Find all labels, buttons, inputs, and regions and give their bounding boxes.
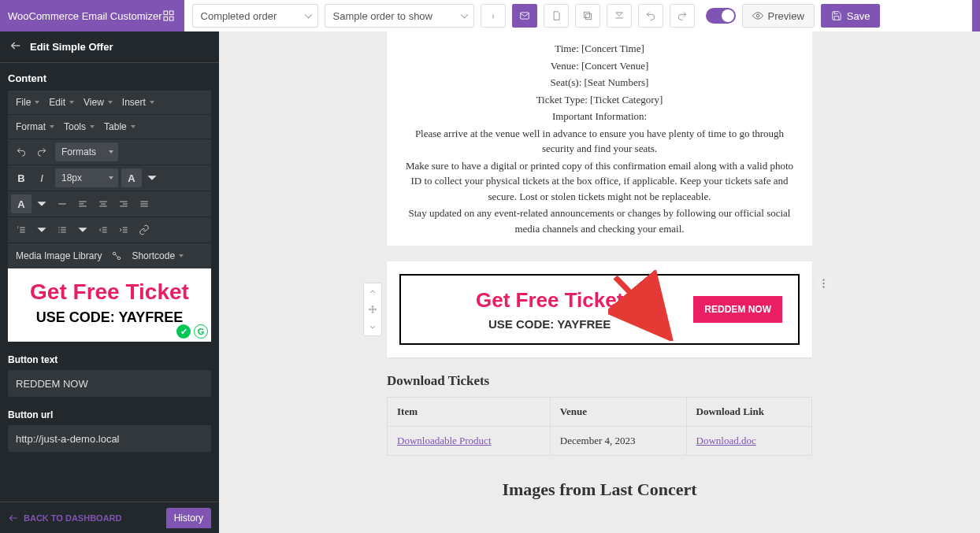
preview-button[interactable]: Preview <box>742 4 815 28</box>
button-url-label: Button url <box>8 409 211 420</box>
editor-subtext: USE CODE: YAYFREE <box>16 309 203 326</box>
block-menu-icon[interactable] <box>815 276 831 291</box>
svg-rect-7 <box>585 14 591 20</box>
italic-icon[interactable]: I <box>32 168 52 187</box>
downloads-title: Download Tickets <box>387 373 812 389</box>
bold-icon[interactable]: B <box>11 168 32 187</box>
fontsize-select[interactable]: 18px <box>55 168 118 187</box>
svg-point-31 <box>58 229 59 230</box>
text-color-chevron-icon[interactable] <box>142 168 162 187</box>
svg-rect-8 <box>584 12 589 17</box>
menu-view[interactable]: View <box>79 94 117 111</box>
offer-block[interactable]: Get Free Ticket USE CODE: YAYFREE REDDEM… <box>387 261 812 357</box>
svg-point-29 <box>58 228 59 228</box>
bg-color-icon[interactable]: A <box>11 194 32 213</box>
redo-icon[interactable] <box>670 4 695 28</box>
ordered-list-chevron-icon[interactable] <box>32 220 52 239</box>
save-button[interactable]: Save <box>821 4 881 28</box>
menu-format[interactable]: Format <box>11 118 59 135</box>
undo-editor-icon[interactable] <box>11 143 32 161</box>
redeem-button[interactable]: REDDEM NOW <box>693 296 782 323</box>
back-to-dashboard-link[interactable]: BACK TO DASHBOARD <box>8 513 121 524</box>
menu-file[interactable]: File <box>11 94 44 111</box>
paragraph-3: Stay updated on any event-related announ… <box>403 205 796 236</box>
images-section-title: Images from Last Concert <box>387 479 812 508</box>
download-item-link[interactable]: Downloadable Product <box>397 435 492 446</box>
paragraph-2: Make sure to have a digital or printed c… <box>403 158 796 205</box>
svg-point-10 <box>756 14 759 17</box>
menu-table[interactable]: Table <box>99 118 140 135</box>
email-preview: Time: [Concert Time] Venue: [Concert Ven… <box>219 31 980 533</box>
shortcode-button[interactable]: Shortcode <box>127 247 188 265</box>
align-right-icon[interactable] <box>113 194 134 213</box>
app-title: WooCommerce Email Customizer <box>8 10 162 22</box>
align-left-icon[interactable] <box>72 194 93 213</box>
info-icon[interactable] <box>481 4 506 28</box>
anchor-icon[interactable] <box>106 246 127 265</box>
button-text-input[interactable] <box>8 370 211 397</box>
button-text-label: Button text <box>8 354 211 365</box>
svg-point-46 <box>822 283 824 284</box>
svg-line-43 <box>116 254 119 257</box>
svg-point-45 <box>822 279 824 280</box>
page-view-icon[interactable] <box>544 4 569 28</box>
media-library-button[interactable]: Media Image Library <box>11 247 106 265</box>
downloads-table: Item Venue Download Link Downloadable Pr… <box>387 397 812 456</box>
hr-icon[interactable] <box>52 194 72 213</box>
text-color-icon[interactable]: A <box>121 168 142 187</box>
ticket-type: Ticket Type: [Ticket Category] <box>403 92 796 108</box>
ticket-venue: Venue: [Concert Venue] <box>403 58 796 74</box>
undo-icon[interactable] <box>638 4 663 28</box>
svg-text:1: 1 <box>17 226 19 229</box>
shield-check-icon: ✔ <box>176 324 191 339</box>
email-type-select[interactable]: Completed order <box>192 4 318 28</box>
menu-insert[interactable]: Insert <box>117 94 159 111</box>
svg-rect-2 <box>164 17 168 20</box>
download-venue: December 4, 2023 <box>550 427 686 456</box>
sidebar: Edit Simple Offer Content File Edit View… <box>0 31 219 533</box>
svg-rect-0 <box>164 11 168 15</box>
indent-icon[interactable] <box>113 220 134 239</box>
svg-point-47 <box>822 286 824 287</box>
bullet-list-chevron-icon[interactable] <box>72 220 93 239</box>
ticket-seats: Seat(s): [Seat Numbers] <box>403 75 796 91</box>
grammarly-icon: G <box>194 324 208 339</box>
button-url-input[interactable] <box>8 425 211 452</box>
content-editor[interactable]: Get Free Ticket USE CODE: YAYFREE ✔ G <box>8 268 211 342</box>
col-item: Item <box>388 398 551 427</box>
sample-order-select[interactable]: Sample order to show <box>325 4 474 28</box>
copy-icon[interactable] <box>575 4 600 28</box>
menu-tools[interactable]: Tools <box>59 118 99 135</box>
move-handle-icon[interactable] <box>364 301 381 318</box>
table-row: Downloadable Product December 4, 2023 Do… <box>388 427 812 456</box>
bullet-list-icon[interactable] <box>52 220 72 239</box>
redo-editor-icon[interactable] <box>32 143 52 161</box>
block-drag-controls <box>363 283 382 336</box>
content-section-label: Content <box>0 63 219 91</box>
offer-sub: USE CODE: YAYFREE <box>417 317 682 331</box>
mail-view-icon[interactable] <box>512 4 537 28</box>
offer-heading: Get Free Ticket <box>417 288 682 313</box>
editor-heading: Get Free Ticket <box>16 279 203 305</box>
download-file-link[interactable]: Download.doc <box>696 435 756 446</box>
import-icon[interactable] <box>607 4 632 28</box>
col-venue: Venue <box>550 398 686 427</box>
link-icon[interactable] <box>134 220 154 239</box>
history-button[interactable]: History <box>166 508 211 528</box>
bg-color-chevron-icon[interactable] <box>32 194 52 213</box>
move-up-icon[interactable] <box>364 283 381 301</box>
rich-text-toolbar: File Edit View Insert Format Tools Table… <box>8 91 211 268</box>
ordered-list-icon[interactable]: 1 <box>11 220 32 239</box>
menu-edit[interactable]: Edit <box>44 94 79 111</box>
align-center-icon[interactable] <box>93 194 113 213</box>
align-justify-icon[interactable] <box>134 194 154 213</box>
layout-grid-icon[interactable] <box>162 9 175 22</box>
live-toggle[interactable] <box>706 8 736 24</box>
move-down-icon[interactable] <box>364 318 381 335</box>
back-arrow-icon[interactable] <box>9 39 22 54</box>
formats-select[interactable]: Formats <box>55 143 118 161</box>
col-link: Download Link <box>686 398 811 427</box>
outdent-icon[interactable] <box>93 220 113 239</box>
svg-rect-6 <box>520 13 529 19</box>
panel-title: Edit Simple Offer <box>30 41 113 53</box>
